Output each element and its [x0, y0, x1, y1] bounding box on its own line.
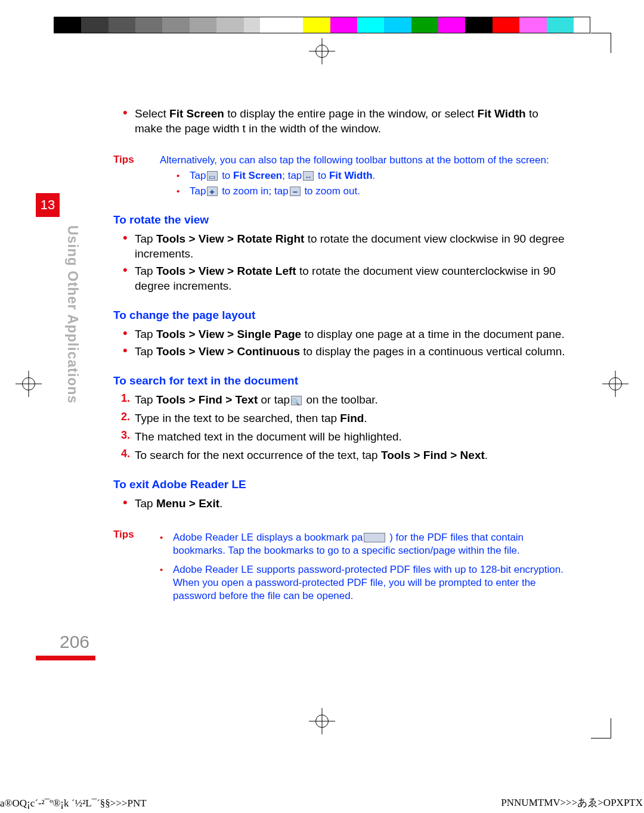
tips-label: Tips	[113, 154, 160, 198]
t: to display the pages in a continuous ver…	[300, 345, 565, 358]
t: .	[373, 170, 376, 181]
tips-body: • Adobe Reader LE displays a bookmark pa…	[160, 529, 565, 603]
footer-right-code: PNNUMTMV>>>あゑ>OPXPTX	[501, 796, 643, 809]
t: on the toolbar.	[303, 393, 378, 406]
list-item: • Tap Menu > Exit.	[113, 496, 565, 511]
t: .	[219, 497, 222, 510]
registration-mark	[16, 371, 42, 397]
intro-bullet: • Select Fit Screen to display the entir…	[113, 106, 565, 136]
zoom-in-icon	[207, 187, 218, 196]
bullet-dot: •	[113, 231, 135, 261]
tips-subrow: • Tap to Fit Screen; tap to Fit Width.	[177, 169, 565, 182]
tips-lead: Alternatively, you can also tap the foll…	[160, 154, 565, 167]
bullet-dot: •	[113, 344, 135, 359]
bold-text: Fit Screen	[169, 107, 224, 120]
bold-text: Fit Width	[329, 170, 373, 181]
t: .	[485, 449, 488, 461]
text: Tap Tools > View > Rotate Left to rotate…	[135, 263, 565, 293]
page-content: • Select Fit Screen to display the entir…	[113, 106, 565, 603]
text: Tap Menu > Exit.	[135, 496, 565, 511]
crop-mark	[591, 718, 611, 738]
text: Tap to zoom in; tap to zoom out.	[190, 185, 565, 198]
step-number: 4.	[113, 448, 135, 463]
footer-left-code: a®OQ¡c´-²¯º®¡k ´½²L¯´§§>>>PNT	[0, 798, 147, 809]
registration-mark	[602, 371, 628, 397]
t: Tap	[190, 170, 206, 181]
bullet-dot: •	[113, 263, 135, 293]
t: Tap	[135, 393, 156, 406]
text: The matched text in the document will be…	[135, 429, 565, 444]
bold-text: Fit Width	[478, 107, 526, 120]
t: To search for the next occurrence of the…	[135, 449, 381, 461]
bullet-dot: •	[177, 169, 190, 182]
section-heading-search: To search for text in the document	[113, 374, 565, 387]
numbered-step: 1. Tap Tools > Find > Text or tap on the…	[113, 392, 565, 407]
tips-body: Alternatively, you can also tap the foll…	[160, 154, 565, 198]
bullet-dot: •	[160, 531, 173, 557]
tips-subrow: • Adobe Reader LE supports password-prot…	[160, 563, 565, 603]
t: Tap	[135, 265, 156, 277]
text: to display the entire page in the window…	[224, 107, 478, 120]
bold-text: Tools > View > Rotate Right	[156, 232, 304, 245]
zoom-out-icon	[290, 187, 301, 196]
text: Tap Tools > View > Single Page to displa…	[135, 327, 565, 342]
chapter-title-vertical: Using Other Applications	[64, 225, 80, 404]
section-heading-exit: To exit Adobe Reader LE	[113, 478, 565, 491]
bold-text: Menu > Exit	[156, 497, 219, 510]
bullet-dot: •	[177, 185, 190, 198]
section-heading-layout: To change the page layout	[113, 309, 565, 322]
tips-block: Tips Alternatively, you can also tap the…	[113, 154, 565, 198]
bold-text: Fit Screen	[233, 170, 282, 181]
tips-subrow: • Tap to zoom in; tap to zoom out.	[177, 185, 565, 198]
bold-text: Tools > Find > Next	[381, 449, 485, 461]
t: Tap	[190, 185, 206, 197]
bold-text: Tools > View > Rotate Left	[156, 265, 296, 277]
text: Adobe Reader LE supports password-protec…	[173, 563, 565, 603]
t: Tap	[135, 232, 156, 245]
bold-text: Tools > Find > Text	[156, 393, 258, 406]
list-item: • Tap Tools > View > Rotate Right to rot…	[113, 231, 565, 261]
list-item: • Tap Tools > View > Continuous to displ…	[113, 344, 565, 359]
step-number: 2.	[113, 411, 135, 426]
text: Tap Tools > View > Rotate Right to rotat…	[135, 231, 565, 261]
text: Adobe Reader LE displays a bookmark pa )…	[173, 531, 565, 557]
t: Tap	[135, 328, 156, 340]
page-number: 206	[60, 632, 89, 652]
chapter-number-tab: 13	[36, 193, 60, 217]
bold-text: Find	[340, 412, 364, 424]
color-calibration-bar	[54, 17, 590, 33]
tips-label: Tips	[113, 529, 160, 603]
find-icon	[291, 396, 302, 405]
bold-text: Tools > View > Single Page	[156, 328, 301, 340]
text: Select	[135, 107, 169, 120]
text: To search for the next occurrence of the…	[135, 448, 565, 463]
t: to	[315, 170, 329, 181]
bookmark-pane-icon	[364, 533, 385, 542]
t: Type in the text to be searched, then ta…	[135, 412, 340, 424]
t: to zoom out.	[302, 185, 360, 197]
list-item: • Tap Tools > View > Single Page to disp…	[113, 327, 565, 342]
t: to zoom in; tap	[219, 185, 288, 197]
registration-mark	[309, 38, 335, 64]
numbered-step: 4. To search for the next occurrence of …	[113, 448, 565, 463]
t: or tap	[258, 393, 290, 406]
intro-text: Select Fit Screen to display the entire …	[135, 106, 565, 136]
t: Adobe Reader LE displays a bookmark pa	[173, 532, 363, 543]
bold-text: Tools > View > Continuous	[156, 345, 300, 358]
numbered-step: 2. Type in the text to be searched, then…	[113, 411, 565, 426]
t: .	[364, 412, 367, 424]
list-item: • Tap Tools > View > Rotate Left to rota…	[113, 263, 565, 293]
bullet-dot: •	[113, 106, 135, 136]
fit-width-icon	[303, 171, 314, 181]
page-accent-bar	[36, 656, 95, 660]
fit-screen-icon	[207, 171, 218, 181]
step-number: 3.	[113, 429, 135, 444]
numbered-step: 3. The matched text in the document will…	[113, 429, 565, 444]
t: Tap	[135, 345, 156, 358]
bullet-dot: •	[113, 496, 135, 511]
bullet-dot: •	[160, 563, 173, 603]
t: ; tap	[282, 170, 302, 181]
text: Tap Tools > View > Continuous to display…	[135, 344, 565, 359]
registration-mark	[309, 708, 335, 734]
section-heading-rotate: To rotate the view	[113, 213, 565, 226]
